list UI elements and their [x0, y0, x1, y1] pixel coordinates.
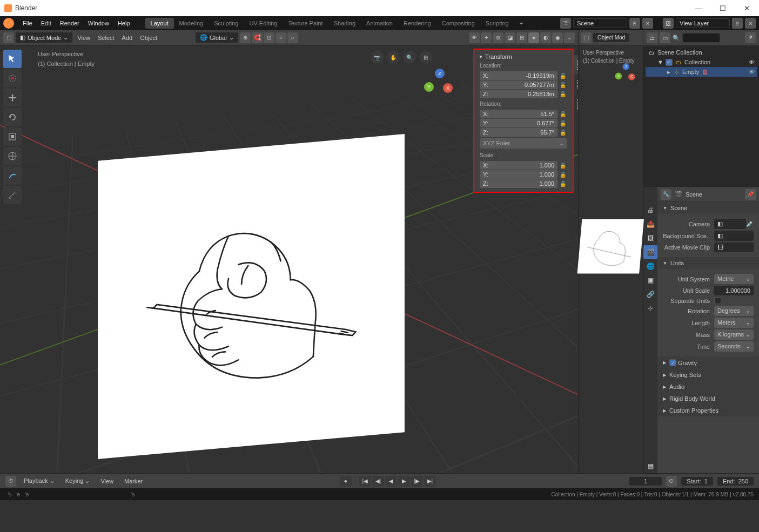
close-button[interactable]: ✕ — [735, 0, 759, 16]
lock-loc-y-icon[interactable]: 🔓 — [560, 82, 567, 88]
scene-name-input[interactable] — [573, 18, 627, 28]
tab-shading[interactable]: Shading — [328, 18, 361, 29]
rotation-y-field[interactable]: Y:0.677° — [480, 119, 558, 127]
rotation-z-field[interactable]: Z:65.7° — [480, 128, 558, 137]
secondary-editor-type-icon[interactable]: ⬚ — [581, 32, 592, 43]
tool-annotate[interactable] — [3, 166, 22, 185]
mode-select[interactable]: ◧Object Mode⌄ — [15, 32, 73, 43]
tab-compositing[interactable]: Compositing — [436, 18, 480, 29]
tool-transform[interactable] — [3, 147, 22, 165]
menu-add[interactable]: Add — [119, 33, 136, 43]
section-rigidbody[interactable]: Rigid Body World — [657, 393, 759, 405]
prop-tab-output[interactable]: 📤 — [643, 217, 657, 231]
viewlayer-name-input[interactable] — [676, 18, 730, 28]
section-keying[interactable]: Keying Sets — [657, 369, 759, 381]
tab-modeling[interactable]: Modeling — [174, 18, 209, 29]
filter-icon[interactable]: ⧩ — [745, 32, 756, 43]
proportional-icon[interactable]: ○ — [276, 32, 286, 43]
lock-loc-x-icon[interactable]: 🔓 — [560, 73, 567, 79]
jump-start-button[interactable]: |◀ — [359, 476, 371, 487]
prop-breadcrumb[interactable]: Scene — [686, 191, 702, 198]
camera-view-icon[interactable]: 📷 — [371, 51, 384, 64]
transform-panel-header[interactable]: Transform — [476, 52, 570, 62]
unit-scale-field[interactable]: 1.000000 — [714, 286, 754, 295]
time-unit-select[interactable]: Seconds⌄ — [714, 341, 754, 352]
npanel-tab-view[interactable]: View — [574, 94, 578, 115]
scene-icon[interactable]: 🎬 — [560, 18, 571, 29]
timeline-playback[interactable]: Playback ⌄ — [21, 476, 58, 486]
ortho-toggle-icon[interactable]: ⊞ — [419, 51, 432, 64]
visibility-icon[interactable]: 👁 — [749, 69, 755, 75]
bgscene-field[interactable]: ◧ — [714, 231, 754, 241]
menu-view[interactable]: View — [74, 33, 93, 43]
proportional-type-icon[interactable]: ∩ — [287, 32, 298, 43]
menu-render[interactable]: Render — [56, 18, 84, 28]
menu-edit[interactable]: Edit — [37, 18, 56, 28]
reference-image-empty[interactable] — [98, 134, 405, 459]
timeline-view[interactable]: View — [97, 476, 117, 486]
prop-tab-render[interactable]: 🖨 — [643, 203, 657, 217]
autokey-button[interactable]: ● — [340, 476, 352, 487]
tool-cursor[interactable] — [3, 69, 22, 87]
xray-icon[interactable]: ◪ — [505, 32, 515, 43]
gravity-checkbox[interactable]: ✓ — [669, 359, 676, 366]
mass-unit-select[interactable]: Kilograms⌄ — [714, 329, 754, 340]
visibility-icon[interactable]: 👁 — [749, 59, 755, 65]
viewlayer-icon[interactable]: 🖼 — [663, 18, 674, 29]
outliner-type-icon[interactable]: 🗂 — [647, 32, 657, 43]
preview-range-icon[interactable]: ⏲ — [666, 476, 677, 487]
tool-scale[interactable] — [3, 127, 22, 146]
location-x-field[interactable]: X:-0.19919m — [480, 71, 558, 80]
overlay-icon[interactable]: ⊚ — [493, 32, 503, 43]
lock-rot-x-icon[interactable]: 🔓 — [560, 111, 567, 117]
outliner-display-icon[interactable]: ▭ — [660, 32, 670, 43]
play-reverse-button[interactable]: ◀ — [385, 476, 397, 487]
section-audio[interactable]: Audio — [657, 381, 759, 393]
jump-prevkey-button[interactable]: ◀| — [372, 476, 384, 487]
prop-tab-texture[interactable]: ▦ — [643, 459, 657, 473]
prop-tab-world[interactable]: 🌐 — [643, 259, 657, 273]
end-frame-field[interactable]: End: 250 — [717, 477, 754, 486]
viewlayer-del-icon[interactable]: ✕ — [745, 18, 756, 29]
outliner-scene-collection[interactable]: 🗀 Scene Collection — [646, 48, 757, 57]
prop-tab-viewlayer[interactable]: 🖼 — [643, 231, 657, 245]
outliner-collection[interactable]: ▼ ✓ 🗀 Collection 👁 — [646, 57, 757, 67]
prop-tab-scene[interactable]: 🎬 — [643, 245, 657, 259]
separate-units-checkbox[interactable] — [714, 297, 721, 304]
orientation-select[interactable]: 🌐Global⌄ — [195, 32, 239, 43]
tab-animation[interactable]: Animation — [361, 18, 398, 29]
pivot-icon[interactable]: ⊕ — [240, 32, 251, 43]
menu-window[interactable]: Window — [84, 18, 113, 28]
length-unit-select[interactable]: Meters⌄ — [714, 318, 754, 328]
lock-scale-z-icon[interactable]: 🔓 — [560, 181, 567, 187]
tab-scripting[interactable]: Scripting — [480, 18, 514, 29]
scene-new-icon[interactable]: ⎘ — [629, 18, 640, 29]
jump-nextkey-button[interactable]: |▶ — [411, 476, 423, 487]
prop-tab-objectdata[interactable]: ⊹ — [643, 301, 657, 315]
rotation-mode-select[interactable]: XYZ Euler⌄ — [480, 138, 567, 149]
scale-z-field[interactable]: Z:1.000 — [480, 179, 558, 188]
tool-select-box[interactable] — [3, 50, 22, 68]
prop-tab-object[interactable]: ▣ — [643, 273, 657, 287]
snap-icon[interactable]: 🧲 — [252, 32, 263, 43]
menu-object[interactable]: Object — [137, 33, 160, 43]
prop-tab-constraints[interactable]: 🔗 — [643, 287, 657, 301]
shade-rendered-icon[interactable]: ◉ — [552, 32, 563, 43]
prop-editor-type-icon[interactable]: 🔧 — [661, 189, 671, 200]
gizmo-visibility-icon[interactable]: 👁 — [469, 32, 480, 43]
rotation-unit-select[interactable]: Degrees⌄ — [714, 306, 754, 316]
timeline-keying[interactable]: Keying ⌄ — [62, 476, 93, 486]
minimize-button[interactable]: — — [686, 0, 710, 16]
lock-loc-z-icon[interactable]: 🔓 — [560, 91, 567, 97]
shade-wire-icon[interactable]: ⊞ — [516, 32, 527, 43]
current-frame-field[interactable]: 1 — [629, 477, 662, 486]
menu-select[interactable]: Select — [95, 33, 118, 43]
tab-add[interactable]: + — [514, 18, 528, 29]
menu-file[interactable]: File — [18, 18, 37, 28]
jump-end-button[interactable]: ▶| — [424, 476, 436, 487]
tab-layout[interactable]: Layout — [145, 18, 174, 29]
tab-rendering[interactable]: Rendering — [398, 18, 436, 29]
viewlayer-new-icon[interactable]: ⎘ — [732, 18, 743, 29]
secondary-viewport[interactable]: ⬚ Object Mod User Perspective (1) Collec… — [578, 30, 643, 473]
scale-x-field[interactable]: X:1.000 — [480, 161, 558, 170]
